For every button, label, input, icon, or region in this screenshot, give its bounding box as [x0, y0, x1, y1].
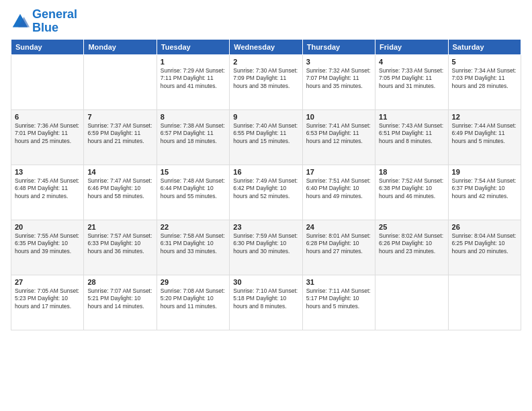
day-number: 10 — [306, 113, 371, 121]
day-number: 22 — [161, 223, 226, 231]
logo-icon — [11, 12, 30, 31]
day-info: Sunrise: 7:30 AM Sunset: 7:09 PM Dayligh… — [233, 67, 298, 91]
day-number: 2 — [233, 58, 298, 66]
day-info: Sunrise: 7:44 AM Sunset: 6:49 PM Dayligh… — [452, 122, 517, 146]
day-info: Sunrise: 7:48 AM Sunset: 6:44 PM Dayligh… — [161, 177, 226, 201]
day-info: Sunrise: 7:57 AM Sunset: 6:33 PM Dayligh… — [87, 232, 152, 257]
day-info: Sunrise: 7:40 AM Sunset: 6:55 PM Dayligh… — [233, 122, 298, 146]
calendar-table: SundayMondayTuesdayWednesdayThursdayFrid… — [11, 39, 521, 330]
day-cell: 30Sunrise: 7:10 AM Sunset: 5:18 PM Dayli… — [230, 275, 302, 330]
day-cell: 16Sunrise: 7:49 AM Sunset: 6:42 PM Dayli… — [230, 165, 302, 220]
day-cell: 22Sunrise: 7:58 AM Sunset: 6:31 PM Dayli… — [157, 220, 229, 275]
day-info: Sunrise: 7:58 AM Sunset: 6:31 PM Dayligh… — [161, 232, 226, 257]
weekday-header-row: SundayMondayTuesdayWednesdayThursdayFrid… — [11, 39, 521, 54]
day-info: Sunrise: 8:04 AM Sunset: 6:25 PM Dayligh… — [452, 232, 517, 257]
day-info: Sunrise: 7:36 AM Sunset: 7:01 PM Dayligh… — [15, 122, 80, 146]
day-info: Sunrise: 7:47 AM Sunset: 6:46 PM Dayligh… — [87, 177, 152, 201]
day-cell: 25Sunrise: 8:02 AM Sunset: 6:26 PM Dayli… — [375, 220, 448, 275]
day-number: 21 — [87, 223, 152, 231]
day-info: Sunrise: 7:55 AM Sunset: 6:35 PM Dayligh… — [15, 232, 80, 257]
day-cell: 11Sunrise: 7:43 AM Sunset: 6:51 PM Dayli… — [375, 109, 448, 165]
day-cell: 10Sunrise: 7:41 AM Sunset: 6:53 PM Dayli… — [302, 109, 375, 165]
week-row-2: 13Sunrise: 7:45 AM Sunset: 6:48 PM Dayli… — [11, 165, 521, 220]
day-info: Sunrise: 7:05 AM Sunset: 5:23 PM Dayligh… — [15, 287, 80, 312]
day-info: Sunrise: 7:33 AM Sunset: 7:05 PM Dayligh… — [379, 67, 444, 91]
day-info: Sunrise: 7:08 AM Sunset: 5:20 PM Dayligh… — [161, 287, 226, 312]
day-cell: 3Sunrise: 7:32 AM Sunset: 7:07 PM Daylig… — [302, 54, 375, 109]
day-number: 30 — [233, 278, 298, 286]
day-number: 4 — [379, 58, 444, 66]
day-number: 26 — [452, 223, 517, 231]
day-number: 6 — [15, 113, 80, 121]
day-cell: 19Sunrise: 7:54 AM Sunset: 6:37 PM Dayli… — [448, 165, 521, 220]
day-info: Sunrise: 7:37 AM Sunset: 6:59 PM Dayligh… — [87, 122, 152, 146]
header: General Blue — [11, 8, 521, 35]
day-info: Sunrise: 7:59 AM Sunset: 6:30 PM Dayligh… — [233, 232, 298, 257]
weekday-header-monday: Monday — [84, 39, 157, 54]
day-cell: 6Sunrise: 7:36 AM Sunset: 7:01 PM Daylig… — [11, 109, 84, 165]
weekday-header-saturday: Saturday — [448, 39, 521, 54]
day-number: 7 — [87, 113, 152, 121]
day-number: 18 — [379, 168, 444, 176]
day-number: 5 — [452, 58, 517, 66]
day-number: 27 — [15, 278, 80, 286]
day-cell — [448, 275, 521, 330]
week-row-4: 27Sunrise: 7:05 AM Sunset: 5:23 PM Dayli… — [11, 275, 521, 330]
day-cell: 14Sunrise: 7:47 AM Sunset: 6:46 PM Dayli… — [84, 165, 157, 220]
day-number: 1 — [161, 58, 226, 66]
weekday-header-wednesday: Wednesday — [230, 39, 302, 54]
day-cell: 27Sunrise: 7:05 AM Sunset: 5:23 PM Dayli… — [11, 275, 84, 330]
day-info: Sunrise: 7:51 AM Sunset: 6:40 PM Dayligh… — [306, 177, 371, 201]
day-number: 19 — [452, 168, 517, 176]
day-cell: 4Sunrise: 7:33 AM Sunset: 7:05 PM Daylig… — [375, 54, 448, 109]
day-number: 16 — [233, 168, 298, 176]
day-info: Sunrise: 7:10 AM Sunset: 5:18 PM Dayligh… — [233, 287, 298, 312]
day-number: 29 — [161, 278, 226, 286]
logo: General Blue — [11, 8, 77, 35]
day-info: Sunrise: 7:41 AM Sunset: 6:53 PM Dayligh… — [306, 122, 371, 146]
day-number: 28 — [87, 278, 152, 286]
day-info: Sunrise: 7:49 AM Sunset: 6:42 PM Dayligh… — [233, 177, 298, 201]
day-info: Sunrise: 7:07 AM Sunset: 5:21 PM Dayligh… — [87, 287, 152, 312]
day-cell: 20Sunrise: 7:55 AM Sunset: 6:35 PM Dayli… — [11, 220, 84, 275]
day-number: 20 — [15, 223, 80, 231]
day-cell: 1Sunrise: 7:29 AM Sunset: 7:11 PM Daylig… — [157, 54, 229, 109]
day-cell: 23Sunrise: 7:59 AM Sunset: 6:30 PM Dayli… — [230, 220, 302, 275]
day-number: 15 — [161, 168, 226, 176]
day-cell: 13Sunrise: 7:45 AM Sunset: 6:48 PM Dayli… — [11, 165, 84, 220]
day-info: Sunrise: 7:11 AM Sunset: 5:17 PM Dayligh… — [306, 287, 371, 312]
day-number: 13 — [15, 168, 80, 176]
day-info: Sunrise: 7:45 AM Sunset: 6:48 PM Dayligh… — [15, 177, 80, 201]
day-info: Sunrise: 7:43 AM Sunset: 6:51 PM Dayligh… — [379, 122, 444, 146]
day-number: 24 — [306, 223, 371, 231]
day-cell: 31Sunrise: 7:11 AM Sunset: 5:17 PM Dayli… — [302, 275, 375, 330]
day-number: 3 — [306, 58, 371, 66]
weekday-header-tuesday: Tuesday — [157, 39, 229, 54]
day-info: Sunrise: 7:32 AM Sunset: 7:07 PM Dayligh… — [306, 67, 371, 91]
day-cell: 5Sunrise: 7:34 AM Sunset: 7:03 PM Daylig… — [448, 54, 521, 109]
page: General Blue SundayMondayTuesdayWednesda… — [0, 0, 532, 411]
day-number: 25 — [379, 223, 444, 231]
day-cell: 2Sunrise: 7:30 AM Sunset: 7:09 PM Daylig… — [230, 54, 302, 109]
day-info: Sunrise: 7:52 AM Sunset: 6:38 PM Dayligh… — [379, 177, 444, 201]
weekday-header-thursday: Thursday — [302, 39, 375, 54]
day-info: Sunrise: 8:02 AM Sunset: 6:26 PM Dayligh… — [379, 232, 444, 257]
day-cell: 21Sunrise: 7:57 AM Sunset: 6:33 PM Dayli… — [84, 220, 157, 275]
day-cell: 29Sunrise: 7:08 AM Sunset: 5:20 PM Dayli… — [157, 275, 229, 330]
day-info: Sunrise: 7:29 AM Sunset: 7:11 PM Dayligh… — [161, 67, 226, 91]
day-info: Sunrise: 8:01 AM Sunset: 6:28 PM Dayligh… — [306, 232, 371, 257]
day-number: 14 — [87, 168, 152, 176]
day-cell: 8Sunrise: 7:38 AM Sunset: 6:57 PM Daylig… — [157, 109, 229, 165]
weekday-header-friday: Friday — [375, 39, 448, 54]
day-number: 17 — [306, 168, 371, 176]
day-cell: 9Sunrise: 7:40 AM Sunset: 6:55 PM Daylig… — [230, 109, 302, 165]
week-row-3: 20Sunrise: 7:55 AM Sunset: 6:35 PM Dayli… — [11, 220, 521, 275]
day-number: 9 — [233, 113, 298, 121]
day-cell: 18Sunrise: 7:52 AM Sunset: 6:38 PM Dayli… — [375, 165, 448, 220]
day-cell: 28Sunrise: 7:07 AM Sunset: 5:21 PM Dayli… — [84, 275, 157, 330]
day-number: 12 — [452, 113, 517, 121]
day-number: 11 — [379, 113, 444, 121]
day-number: 23 — [233, 223, 298, 231]
day-cell — [375, 275, 448, 330]
week-row-1: 6Sunrise: 7:36 AM Sunset: 7:01 PM Daylig… — [11, 109, 521, 165]
